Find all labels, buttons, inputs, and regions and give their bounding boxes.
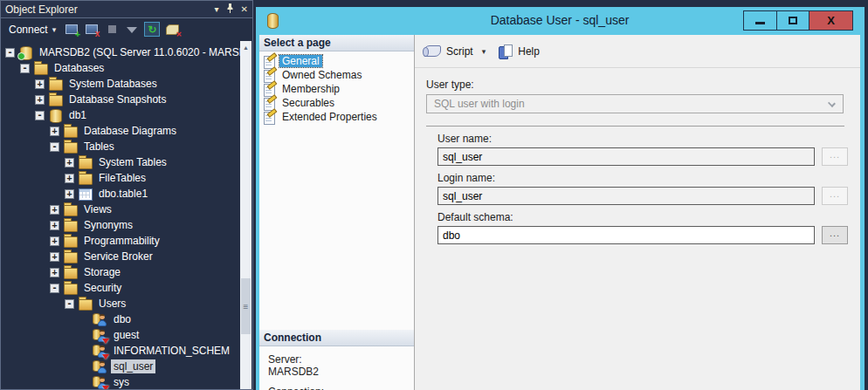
tree-item-system-tables[interactable]: +System Tables: [2, 154, 251, 170]
pin-icon[interactable]: [226, 3, 234, 15]
page-item-membership[interactable]: Membership: [262, 82, 414, 96]
folder-icon: [63, 218, 78, 232]
expand-icon[interactable]: +: [50, 205, 59, 215]
tree-item-sys[interactable]: sys: [2, 374, 251, 389]
expand-icon[interactable]: +: [50, 221, 59, 230]
filter-icon[interactable]: [124, 22, 140, 37]
user-type-value: SQL user with login: [434, 98, 525, 110]
close-button[interactable]: X: [809, 11, 852, 30]
tree-item-filetables[interactable]: +FileTables: [2, 170, 251, 186]
help-button[interactable]: Help: [518, 45, 540, 58]
page-item-extended-properties[interactable]: Extended Properties: [262, 110, 414, 124]
tree-item-label: Service Broker: [81, 250, 155, 263]
tree-item-label: Tables: [81, 140, 117, 154]
collapse-icon[interactable]: -: [20, 64, 30, 73]
tree-item-label: sql_user: [111, 359, 155, 373]
expand-icon[interactable]: +: [50, 252, 59, 262]
form-fields: User name:...Login name:...Default schem…: [437, 133, 860, 244]
script-dropdown-arrow[interactable]: ▾: [482, 47, 486, 56]
user-name-input[interactable]: [437, 147, 815, 166]
expand-icon[interactable]: +: [50, 127, 59, 136]
window-buttons: X: [743, 10, 853, 31]
tree-item-database-diagrams[interactable]: +Database Diagrams: [2, 123, 251, 139]
expand-icon[interactable]: +: [35, 79, 45, 89]
user-icon: [93, 312, 107, 326]
login-name-browse-button[interactable]: ...: [822, 187, 848, 205]
expand-icon[interactable]: +: [50, 268, 59, 277]
collapse-icon[interactable]: -: [5, 48, 15, 58]
tree-item-guest[interactable]: guest: [2, 327, 251, 343]
maximize-button[interactable]: [776, 11, 809, 30]
window-position-icon[interactable]: ▾: [215, 4, 219, 14]
tree-item-programmability[interactable]: +Programmability: [2, 233, 251, 249]
tree-item-users[interactable]: -Users: [2, 296, 251, 311]
dialog-titlebar[interactable]: Database User - sql_user X: [259, 7, 860, 35]
tree-item-db1[interactable]: -db1: [2, 107, 251, 123]
tree-item-dbo-table1[interactable]: +dbo.table1: [2, 186, 251, 202]
tree-item-system-databases[interactable]: +System Databases: [2, 76, 251, 92]
server-value: MARSDB2: [268, 366, 414, 378]
user-name-browse-button[interactable]: ...: [822, 147, 848, 166]
tree-item-label: Storage: [81, 265, 123, 279]
script-button[interactable]: Script: [446, 45, 473, 58]
dialog-main-pane: Script ▾ Help User type: SQL user with l…: [415, 35, 860, 390]
tree-item-information-schem[interactable]: INFORMATION_SCHEM: [2, 343, 251, 359]
expand-icon[interactable]: +: [65, 174, 74, 183]
collapse-icon[interactable]: -: [50, 284, 59, 293]
tree-item-views[interactable]: +Views: [2, 202, 251, 217]
scrollbar-up-icon[interactable]: ▲: [240, 41, 251, 53]
collapse-icon[interactable]: -: [65, 299, 74, 309]
default-schema-input[interactable]: [437, 226, 815, 244]
folder-icon: [63, 140, 78, 154]
tree-item-label: INFORMATION_SCHEM: [111, 344, 232, 358]
user-icon: [93, 344, 107, 358]
close-icon[interactable]: ✕: [241, 4, 248, 14]
expand-icon[interactable]: +: [65, 158, 74, 168]
stop-icon[interactable]: [104, 22, 120, 37]
expand-icon[interactable]: +: [35, 95, 45, 105]
expand-icon[interactable]: +: [50, 236, 59, 246]
tree-item-dbo[interactable]: dbo: [2, 311, 251, 327]
help-icon: [499, 44, 513, 58]
connect-icon[interactable]: [64, 22, 79, 37]
tree-scrollbar[interactable]: ▲ ≡: [240, 41, 251, 389]
collapse-icon[interactable]: -: [35, 111, 45, 120]
scrollbar-thumb[interactable]: ≡: [241, 278, 251, 334]
tree-item-security[interactable]: -Security: [2, 280, 251, 296]
tree-item-label: sys: [111, 375, 132, 389]
tree-item-label: Security: [81, 281, 124, 295]
page-item-label: Owned Schemas: [279, 69, 364, 81]
tree-item-databases[interactable]: -Databases: [2, 60, 251, 76]
tree-item-service-broker[interactable]: +Service Broker: [2, 249, 251, 264]
tree-item-storage[interactable]: +Storage: [2, 264, 251, 280]
page-item-general[interactable]: General: [262, 54, 414, 68]
select-a-page-header: Select a page: [259, 35, 414, 51]
tree-item-synonyms[interactable]: +Synonyms: [2, 217, 251, 233]
expand-icon[interactable]: +: [65, 189, 74, 199]
script-error-icon[interactable]: [164, 22, 180, 37]
tree-item-marsdb2-sql-server-11-0-6020-marsd[interactable]: -MARSDB2 (SQL Server 11.0.6020 - MARSD: [2, 44, 251, 60]
tree-item-label: dbo.table1: [96, 187, 150, 201]
tree-item-label: db1: [66, 108, 89, 122]
minimize-button[interactable]: [744, 11, 776, 30]
folder-icon: [63, 234, 78, 248]
connect-button[interactable]: Connect ▾: [6, 23, 59, 37]
database-user-dialog: Database User - sql_user X Select a page…: [256, 7, 865, 390]
page-item-owned-schemas[interactable]: Owned Schemas: [262, 68, 414, 82]
login-name-input[interactable]: [437, 187, 815, 205]
refresh-icon[interactable]: ↻: [144, 22, 160, 37]
page-item-securables[interactable]: Securables: [262, 96, 414, 110]
connection-details: Server: MARSDB2 Connection:: [259, 346, 414, 390]
default-schema-browse-button[interactable]: ...: [822, 226, 848, 244]
minimize-icon: [755, 22, 765, 24]
tree-item-database-snapshots[interactable]: +Database Snapshots: [2, 92, 251, 107]
object-explorer-panel: Object Explorer ▾✕ Connect ▾ ↻ -MARSDB2 …: [0, 0, 253, 390]
chevron-down-icon: [828, 99, 836, 107]
user-type-select[interactable]: SQL user with login: [426, 94, 844, 113]
collapse-icon[interactable]: -: [50, 142, 59, 152]
tree-item-tables[interactable]: -Tables: [2, 139, 251, 154]
disconnect-icon[interactable]: [84, 22, 100, 37]
folder-icon: [78, 155, 93, 169]
disabled-badge-icon: [102, 386, 109, 389]
tree-item-sql-user[interactable]: sql_user: [2, 359, 251, 374]
